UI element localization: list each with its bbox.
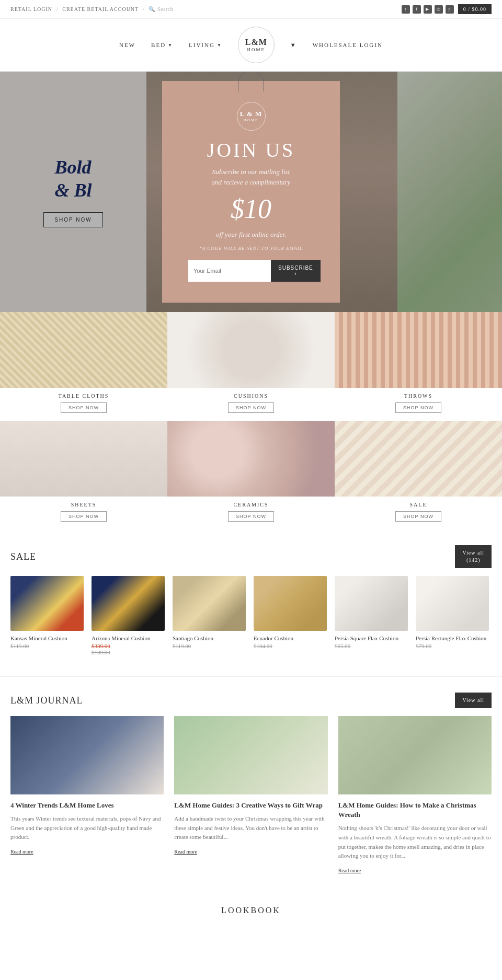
view-all-label: View all: [462, 549, 484, 557]
nav-bed[interactable]: BED▼: [151, 42, 173, 48]
product-price-3: $104.00: [254, 643, 327, 649]
product-card-5[interactable]: Persia Rectangle Flax Cushion $79.00: [416, 576, 489, 655]
cushions-shop-btn[interactable]: SHOP NOW: [228, 402, 274, 413]
modal-logo: L & M HOME: [237, 102, 266, 131]
youtube-icon[interactable]: ▶: [424, 5, 432, 14]
product-card-3[interactable]: Ecuador Cushion $104.00: [254, 576, 327, 655]
instagram-icon[interactable]: ◎: [435, 5, 443, 14]
ceramics-title: CERAMICS: [167, 502, 335, 508]
product-price-4: $65.00: [335, 643, 408, 649]
subscribe-button[interactable]: SUBSCRIBE ›: [271, 260, 321, 282]
journal-title-1: L&M Home Guides: 3 Creative Ways to Gift…: [174, 801, 327, 810]
journal-excerpt-1: Add a handmade twist to your Christmas w…: [174, 814, 327, 842]
journal-title: L&M Journal: [10, 695, 83, 706]
category-grid: TABLE CLOTHS SHOP NOW CUSHIONS SHOP NOW …: [0, 312, 502, 529]
view-all-count: (142): [462, 557, 484, 564]
product-image-3: [254, 576, 327, 631]
product-name-2: Santiago Cushion: [173, 635, 246, 641]
lookbook-section: Lookbook: [0, 890, 502, 931]
logo-home: HOME: [247, 47, 266, 52]
modal-heading: JOIN US: [188, 139, 314, 162]
journal-image-1: [174, 716, 327, 794]
lookbook-title: Lookbook: [10, 906, 492, 915]
sale-section-title: SALE: [10, 551, 36, 562]
product-name-1: Arizona Mineral Cushion: [92, 635, 165, 641]
modal-handle: [238, 72, 264, 91]
modal-subtitle2: and recieve a complimentary: [188, 177, 314, 188]
throws-title: THROWS: [335, 393, 502, 399]
journal-read-more-0[interactable]: Read more: [10, 849, 33, 855]
sale-image: [335, 421, 502, 497]
nav-wholesale[interactable]: WHOLESALE LOGIN: [313, 42, 383, 48]
category-ceramics: CERAMICS SHOP NOW: [167, 421, 335, 529]
product-sale-price-1: $139.00: [92, 649, 165, 655]
tablecloths-shop-btn[interactable]: SHOP NOW: [61, 402, 107, 413]
twitter-icon[interactable]: t: [402, 5, 410, 14]
sale-products-row: Kansas Mineral Cushion $119.00 Arizona M…: [0, 576, 502, 671]
product-original-price-1: $339.00: [92, 643, 165, 649]
facebook-icon[interactable]: f: [413, 5, 421, 14]
product-image-0: [10, 576, 84, 631]
logo-lm: L&M: [245, 38, 267, 47]
journal-card-0: 4 Winter Trends L&M Home Loves This year…: [10, 716, 164, 874]
top-bar-nav: RETAIL LOGIN / CREATE RETAIL ACCOUNT / 🔍…: [10, 6, 173, 12]
category-cushions: CUSHIONS SHOP NOW: [167, 312, 335, 421]
modal-off-text: off your first online order.: [188, 229, 314, 240]
create-account-link[interactable]: CREATE RETAIL ACCOUNT: [62, 6, 139, 12]
product-name-5: Persia Rectangle Flax Cushion: [416, 635, 489, 641]
main-nav: NEW BED▼ LIVING▼ L&M HOME ▼ WHOLESALE LO…: [0, 19, 502, 72]
view-all-button[interactable]: View all (142): [455, 545, 492, 568]
search-area[interactable]: 🔍 Search: [149, 6, 173, 12]
tablecloths-title: TABLE CLOTHS: [0, 393, 167, 399]
search-label: Search: [157, 6, 173, 12]
modal-subtitle: Subscribe to our mailing list: [188, 167, 314, 178]
top-bar: RETAIL LOGIN / CREATE RETAIL ACCOUNT / 🔍…: [0, 0, 502, 19]
cushions-title: CUSHIONS: [167, 393, 335, 399]
product-card-4[interactable]: Persia Square Flax Cushion $65.00: [335, 576, 408, 655]
journal-read-more-2[interactable]: Read more: [338, 868, 361, 873]
journal-excerpt-2: Nothing shouts 'it's Christmas!' like de…: [338, 824, 492, 860]
category-tablecloths: TABLE CLOTHS SHOP NOW: [0, 312, 167, 421]
throws-image: [335, 312, 502, 388]
sheets-image: [0, 421, 167, 497]
product-image-5: [416, 576, 489, 631]
nav-new[interactable]: NEW: [119, 42, 135, 48]
search-icon: 🔍: [149, 6, 155, 12]
journal-read-more-1[interactable]: Read more: [174, 849, 197, 855]
retail-login-link[interactable]: RETAIL LOGIN: [10, 6, 52, 12]
separator: /: [56, 6, 58, 12]
journal-card-2: L&M Home Guides: How to Make a Christmas…: [338, 716, 492, 874]
social-icons: t f ▶ ◎ p: [402, 5, 454, 14]
email-input[interactable]: [188, 260, 271, 282]
product-name-0: Kansas Mineral Cushion: [10, 635, 84, 641]
ceramics-shop-btn[interactable]: SHOP NOW: [228, 511, 274, 522]
sheets-shop-btn[interactable]: SHOP NOW: [61, 511, 107, 522]
site-logo[interactable]: L&M HOME: [238, 27, 275, 63]
modal-logo-home: HOME: [244, 118, 259, 122]
journal-card-1: L&M Home Guides: 3 Creative Ways to Gift…: [174, 716, 327, 874]
product-price-0: $119.00: [10, 643, 84, 649]
journal-view-all[interactable]: View all: [455, 693, 492, 708]
category-sale: SALE SHOP NOW: [335, 421, 502, 529]
nav-dropdown[interactable]: ▼: [290, 42, 297, 48]
product-image-4: [335, 576, 408, 631]
modal-price: $10: [188, 193, 314, 224]
cart-button[interactable]: 0 / $0.00: [458, 4, 492, 14]
cushions-image: [167, 312, 335, 388]
product-card-2[interactable]: Santiago Cushion $119.00: [173, 576, 246, 655]
throws-shop-btn[interactable]: SHOP NOW: [395, 402, 441, 413]
journal-excerpt-0: This years Winter trends see textural ma…: [10, 814, 164, 842]
product-card-1[interactable]: Arizona Mineral Cushion $339.00 $139.00: [92, 576, 165, 655]
modal-logo-text: L & M: [240, 110, 263, 118]
hero-section: Bold & Bl SHOP NOW L & M HOME JOIN US Su…: [0, 72, 502, 312]
sale-shop-btn[interactable]: SHOP NOW: [395, 511, 441, 522]
journal-image-2: [338, 716, 492, 794]
tablecloths-image: [0, 312, 167, 388]
category-throws: THROWS SHOP NOW: [335, 312, 502, 421]
modal-overlay[interactable]: L & M HOME JOIN US Subscribe to our mail…: [0, 72, 502, 312]
product-card-0[interactable]: Kansas Mineral Cushion $119.00: [10, 576, 84, 655]
journal-image-0: [10, 716, 164, 794]
top-bar-right: t f ▶ ◎ p 0 / $0.00: [402, 4, 492, 14]
pinterest-icon[interactable]: p: [446, 5, 454, 14]
nav-living[interactable]: LIVING▼: [189, 42, 222, 48]
